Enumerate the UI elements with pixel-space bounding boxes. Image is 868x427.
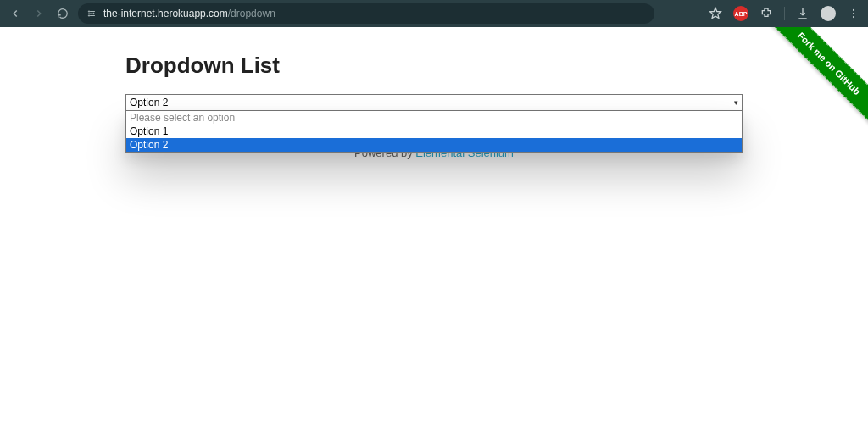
- back-button[interactable]: [7, 5, 24, 22]
- svg-point-0: [88, 11, 89, 12]
- browser-toolbar: the-internet.herokuapp.com/dropdown ABP: [0, 0, 868, 27]
- extensions-icon[interactable]: [759, 6, 774, 21]
- svg-point-1: [88, 15, 89, 16]
- address-bar[interactable]: the-internet.herokuapp.com/dropdown: [78, 3, 654, 24]
- profile-avatar[interactable]: [821, 6, 836, 21]
- page-content: Dropdown List Option 2 ▾ Please select a…: [0, 27, 868, 159]
- reload-button[interactable]: [54, 5, 71, 22]
- dropdown-listbox: Please select an option Option 1 Option …: [125, 111, 743, 152]
- download-icon[interactable]: [795, 6, 810, 21]
- dropdown-option-2[interactable]: Option 2: [126, 138, 742, 152]
- dropdown-option-1[interactable]: Option 1: [126, 125, 742, 138]
- github-ribbon[interactable]: Fork me on GitHub: [766, 27, 868, 129]
- chevron-down-icon: ▾: [734, 98, 738, 107]
- toolbar-divider: [784, 7, 785, 20]
- site-settings-icon[interactable]: [86, 8, 97, 19]
- svg-point-4: [853, 13, 854, 14]
- svg-point-3: [853, 9, 854, 11]
- dropdown-select[interactable]: Option 2 ▾: [125, 94, 743, 111]
- dropdown-option-placeholder: Please select an option: [126, 111, 742, 125]
- svg-point-2: [93, 13, 94, 14]
- bookmark-star-icon[interactable]: [708, 6, 723, 21]
- page-title: Dropdown List: [125, 53, 743, 79]
- url-text: the-internet.herokuapp.com/dropdown: [103, 8, 275, 19]
- svg-point-5: [853, 16, 854, 18]
- dropdown-wrap: Option 2 ▾ Please select an option Optio…: [125, 94, 743, 111]
- dropdown-selected-value: Option 2: [130, 97, 168, 108]
- forward-button[interactable]: [31, 5, 47, 22]
- adblock-icon[interactable]: ABP: [733, 6, 748, 21]
- menu-icon[interactable]: [846, 6, 861, 21]
